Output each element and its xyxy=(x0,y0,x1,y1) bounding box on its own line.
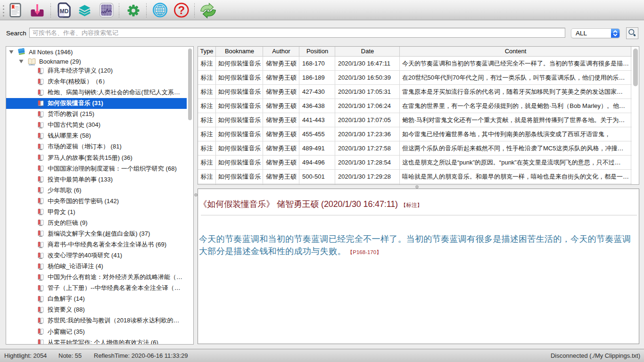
svg-text:?: ? xyxy=(178,4,185,16)
svg-text:MD: MD xyxy=(60,8,69,15)
